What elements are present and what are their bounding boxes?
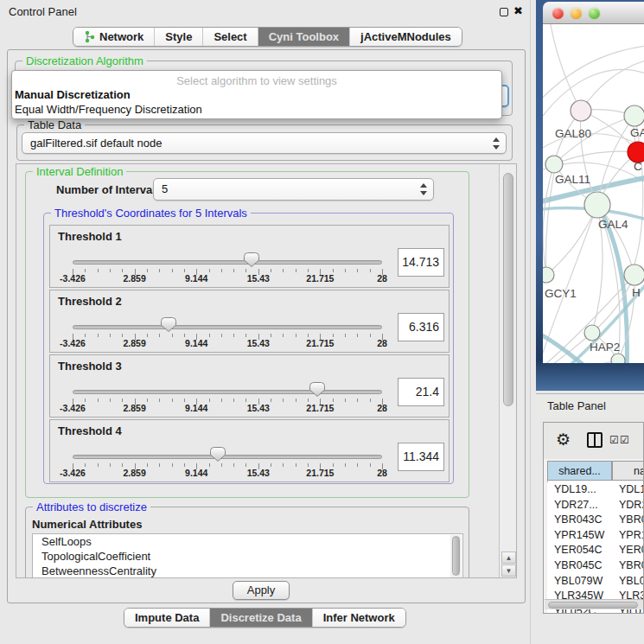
table-row[interactable]: YBR043CYBR0 [547, 513, 644, 528]
slider-tick-label: 28 [377, 338, 387, 348]
close-icon[interactable]: ✖ [513, 4, 523, 17]
slider-tick-label: 15.43 [247, 273, 270, 284]
app-root: Control Panel ✖ NetworkStyleSelectCyni T… [0, 0, 644, 644]
network-node-gal11[interactable] [545, 156, 563, 173]
slider-tick [308, 269, 309, 272]
slider-tick-label: -3.426 [60, 273, 86, 284]
network-node-h-partial[interactable] [624, 265, 644, 285]
split-view-icon[interactable] [587, 432, 603, 448]
panel-scrollbar[interactable]: ▲ ▼ [499, 164, 517, 577]
slider-tick [370, 334, 371, 337]
tab-label: Select [214, 30, 246, 43]
tab-jactivemnodules[interactable]: jActiveMNodules [350, 28, 462, 46]
slider-track[interactable] [73, 325, 382, 329]
group-title: Interval Definition [33, 165, 126, 178]
slider-tick [357, 334, 358, 337]
scroll-down-icon[interactable]: ▼ [501, 564, 516, 577]
tab-style[interactable]: Style [155, 28, 203, 46]
close-traffic-light-icon[interactable] [552, 8, 564, 19]
scrollbar-thumb[interactable] [452, 536, 460, 576]
slider-tick [283, 399, 284, 402]
tab-select[interactable]: Select [203, 28, 258, 46]
slider-tick [221, 334, 222, 337]
tab-impute-data[interactable]: Impute Data [124, 609, 210, 627]
slider-handle[interactable] [244, 252, 259, 267]
threshold-value-field[interactable]: 21.4 [398, 378, 444, 406]
slider-tick [271, 269, 271, 272]
list-scrollbar[interactable] [450, 535, 462, 577]
network-node-ga-partial[interactable] [624, 105, 644, 126]
slider-tick [122, 399, 123, 402]
zoom-traffic-light-icon[interactable] [589, 8, 600, 19]
table-hscrollbar[interactable] [545, 599, 644, 609]
slider-track[interactable] [73, 455, 382, 459]
float-window-icon[interactable] [500, 8, 508, 16]
network-node-gal4[interactable] [584, 192, 610, 218]
slider-tick [370, 269, 371, 272]
column-header[interactable]: shared... [547, 461, 612, 481]
slider-tick [159, 334, 160, 337]
table-row[interactable]: YBL079WYBL0 [547, 574, 644, 590]
network-node-gcy1[interactable] [543, 267, 554, 283]
minimize-traffic-light-icon[interactable] [571, 8, 582, 19]
threshold-value-field[interactable]: 6.316 [398, 313, 444, 341]
threshold-value-field[interactable]: 14.713 [398, 248, 444, 277]
slider-tick [184, 269, 185, 272]
scrollbar-thumb[interactable] [503, 173, 513, 406]
slider-tick [110, 269, 111, 272]
column-header[interactable]: na [612, 461, 644, 481]
tab-label: Impute Data [135, 611, 199, 624]
algorithm-dropdown-popup: Select algorithm to view settings Manual… [11, 70, 502, 119]
network-node-hap2[interactable] [584, 325, 600, 341]
cell-shared-name: YDR27... [554, 499, 611, 511]
tab-network[interactable]: Network [73, 28, 155, 46]
table-row[interactable]: YDL19...YDL1 [547, 482, 644, 498]
checkbox-icon[interactable]: ☑ [609, 434, 619, 446]
network-canvas[interactable]: GAL80GACGAL11GAL4GCY1HHAP2 [543, 24, 644, 363]
slider-tick [172, 269, 173, 272]
number-of-intervals-combobox[interactable]: 5 [153, 178, 434, 201]
table-data-combobox[interactable]: galFiltered.sif default node [22, 132, 507, 154]
table-row[interactable]: YPR145WYPR1 [547, 528, 644, 544]
threshold-row: Threshold 4-3.4262.8599.14415.4321.71528… [49, 419, 450, 482]
slider-track[interactable] [73, 260, 382, 265]
table-row[interactable]: YER054CYER0 [547, 543, 644, 558]
slider-handle[interactable] [210, 447, 226, 462]
slider-handle[interactable] [161, 317, 176, 332]
slider-tick [271, 463, 271, 467]
slider-tick [110, 463, 111, 467]
gear-icon[interactable]: ⚙ [556, 430, 571, 450]
tab-infer-network[interactable]: Infer Network [313, 609, 405, 627]
tab-discretize-data[interactable]: Discretize Data [210, 609, 312, 627]
slider-tick [345, 399, 346, 402]
slider-tick [245, 334, 246, 337]
slider-handle[interactable] [309, 382, 325, 397]
attribute-item[interactable]: BetweennessCentrality [33, 564, 462, 578]
threshold-value-field[interactable]: 11.344 [398, 443, 444, 471]
threshold-label: Threshold 4 [58, 424, 122, 437]
scrollbar-thumb[interactable] [548, 602, 638, 609]
slider-tick-label: 21.715 [306, 273, 334, 284]
algorithm-option[interactable]: Manual Discretization [12, 87, 501, 102]
tab-cyni-toolbox[interactable]: Cyni Toolbox [258, 28, 350, 46]
cell-shared-name: YBR045C [554, 559, 611, 571]
network-node-bottom-node[interactable] [611, 354, 625, 363]
table-panel: ⚙ ☑ ☑ shared...naYDL19...YDL1YDR27...YDR… [543, 422, 644, 614]
tab-label: Network [99, 30, 143, 43]
attribute-item[interactable]: TopologicalCoefficient [33, 549, 462, 564]
network-view-window: GAL80GACGAL11GAL4GCY1HHAP2 [536, 0, 644, 391]
table-row[interactable]: YBR045CYBR0 [547, 558, 644, 574]
checkbox-icon[interactable]: ☑ [620, 434, 629, 446]
cell-name: YBL0 [619, 575, 644, 587]
panel-divider [530, 0, 531, 644]
group-title: Table Data [24, 118, 85, 131]
attribute-item[interactable]: SelfLoops [33, 534, 462, 549]
scroll-up-icon[interactable]: ▲ [501, 552, 516, 564]
apply-button[interactable]: Apply [233, 581, 290, 600]
slider-tick [283, 269, 284, 272]
table-row[interactable]: YDR27...YDR2 [547, 498, 644, 513]
slider-tick-label: 15.43 [247, 468, 270, 478]
network-node-gal80[interactable] [571, 100, 591, 121]
slider-track[interactable] [73, 390, 382, 394]
algorithm-option[interactable]: Equal Width/Frequency Discretization [12, 102, 501, 117]
